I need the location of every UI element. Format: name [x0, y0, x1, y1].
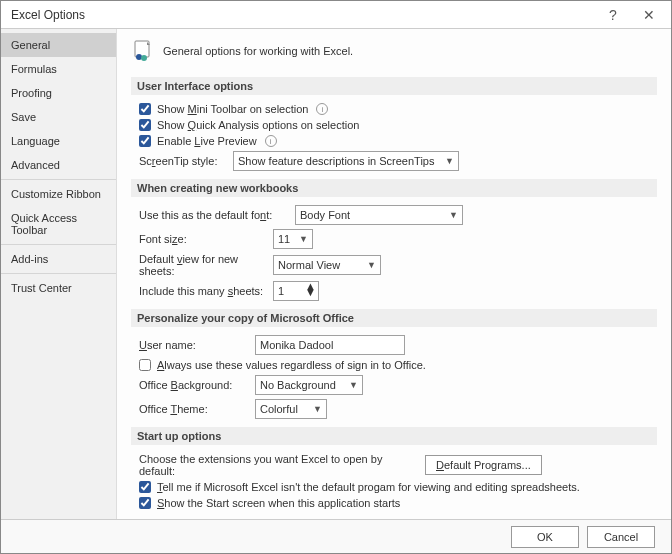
- checkbox-mini-toolbar[interactable]: [139, 103, 151, 115]
- label-default-font: Use this as the default font:: [139, 209, 289, 221]
- chevron-down-icon: ▼: [449, 210, 458, 220]
- checkbox-start-screen[interactable]: [139, 497, 151, 509]
- label-always-use: Always use these values regardless of si…: [157, 359, 426, 371]
- spinner-sheet-count-value: 1: [278, 285, 284, 297]
- select-font-size-value: 11: [278, 233, 290, 245]
- sidebar-separator: [1, 273, 116, 274]
- label-mini-toolbar: Show Mini Toolbar on selection: [157, 103, 308, 115]
- row-office-bg: Office Background: No Background ▼: [139, 375, 657, 395]
- chevron-down-icon: ▼: [299, 234, 308, 244]
- page-header-text: General options for working with Excel.: [163, 45, 353, 57]
- label-office-theme: Office Theme:: [139, 403, 249, 415]
- label-office-bg: Office Background:: [139, 379, 249, 391]
- button-default-programs[interactable]: Default Programs...: [425, 455, 542, 475]
- label-sheet-count: Include this many sheets:: [139, 285, 267, 297]
- section-startup: Start up options: [131, 427, 657, 445]
- chevron-down-icon: ▼: [445, 156, 454, 166]
- row-office-theme: Office Theme: Colorful ▼: [139, 399, 657, 419]
- main: GeneralFormulasProofingSaveLanguageAdvan…: [1, 29, 671, 519]
- row-quick-analysis: Show Quick Analysis options on selection: [139, 119, 657, 131]
- label-quick-analysis: Show Quick Analysis options on selection: [157, 119, 359, 131]
- label-font-size: Font size:: [139, 233, 267, 245]
- select-default-view[interactable]: Normal View ▼: [273, 255, 381, 275]
- help-icon[interactable]: ?: [595, 7, 631, 23]
- sidebar-item-language[interactable]: Language: [1, 129, 116, 153]
- content: General options for working with Excel. …: [117, 29, 671, 519]
- label-extensions: Choose the extensions you want Excel to …: [139, 453, 419, 477]
- row-always-use: Always use these values regardless of si…: [139, 359, 657, 371]
- ok-button[interactable]: OK: [511, 526, 579, 548]
- sidebar-item-formulas[interactable]: Formulas: [1, 57, 116, 81]
- label-screentip: ScreenTip style:: [139, 155, 227, 167]
- row-tell-me: Tell me if Microsoft Excel isn't the def…: [139, 481, 657, 493]
- select-office-theme[interactable]: Colorful ▼: [255, 399, 327, 419]
- label-default-view: Default view for new sheets:: [139, 253, 267, 277]
- select-office-bg-value: No Background: [260, 379, 336, 391]
- row-screentip: ScreenTip style: Show feature descriptio…: [139, 151, 657, 171]
- sidebar-separator: [1, 179, 116, 180]
- input-username-value: Monika Dadool: [260, 339, 333, 351]
- info-icon[interactable]: i: [265, 135, 277, 147]
- label-live-preview: Enable Live Preview: [157, 135, 257, 147]
- sidebar-item-trust-center[interactable]: Trust Center: [1, 276, 116, 300]
- sidebar-item-save[interactable]: Save: [1, 105, 116, 129]
- row-default-view: Default view for new sheets: Normal View…: [139, 253, 657, 277]
- svg-point-2: [141, 55, 147, 61]
- label-username: User name:: [139, 339, 249, 351]
- cancel-button[interactable]: Cancel: [587, 526, 655, 548]
- row-sheet-count: Include this many sheets: 1 ▲▼: [139, 281, 657, 301]
- checkbox-tell-me[interactable]: [139, 481, 151, 493]
- row-font-size: Font size: 11 ▼: [139, 229, 657, 249]
- select-font-size[interactable]: 11 ▼: [273, 229, 313, 249]
- select-default-view-value: Normal View: [278, 259, 340, 271]
- label-start-screen: Show the Start screen when this applicat…: [157, 497, 400, 509]
- row-extensions: Choose the extensions you want Excel to …: [139, 453, 657, 477]
- info-icon[interactable]: i: [316, 103, 328, 115]
- select-office-bg[interactable]: No Background ▼: [255, 375, 363, 395]
- general-options-icon: [131, 39, 155, 63]
- sidebar-item-add-ins[interactable]: Add-ins: [1, 247, 116, 271]
- chevron-down-icon: ▼: [367, 260, 376, 270]
- sidebar-item-customize-ribbon[interactable]: Customize Ribbon: [1, 182, 116, 206]
- window-title: Excel Options: [11, 8, 595, 22]
- row-mini-toolbar: Show Mini Toolbar on selection i: [139, 103, 657, 115]
- spinner-arrows-icon: ▲▼: [305, 283, 316, 295]
- row-username: User name: Monika Dadool: [139, 335, 657, 355]
- chevron-down-icon: ▼: [313, 404, 322, 414]
- svg-point-1: [136, 54, 142, 60]
- checkbox-live-preview[interactable]: [139, 135, 151, 147]
- checkbox-always-use[interactable]: [139, 359, 151, 371]
- section-ui-options: User Interface options: [131, 77, 657, 95]
- select-default-font-value: Body Font: [300, 209, 350, 221]
- sidebar-item-proofing[interactable]: Proofing: [1, 81, 116, 105]
- row-default-font: Use this as the default font: Body Font …: [139, 205, 657, 225]
- page-header: General options for working with Excel.: [131, 39, 657, 63]
- footer: OK Cancel: [1, 519, 671, 553]
- row-live-preview: Enable Live Preview i: [139, 135, 657, 147]
- select-screentip[interactable]: Show feature descriptions in ScreenTips …: [233, 151, 459, 171]
- svg-rect-0: [135, 41, 149, 57]
- input-username[interactable]: Monika Dadool: [255, 335, 405, 355]
- sidebar-separator: [1, 244, 116, 245]
- select-default-font[interactable]: Body Font ▼: [295, 205, 463, 225]
- sidebar-item-quick-access-toolbar[interactable]: Quick Access Toolbar: [1, 206, 116, 242]
- spinner-sheet-count[interactable]: 1 ▲▼: [273, 281, 319, 301]
- select-office-theme-value: Colorful: [260, 403, 298, 415]
- sidebar-item-advanced[interactable]: Advanced: [1, 153, 116, 177]
- close-icon[interactable]: ✕: [631, 7, 667, 23]
- chevron-down-icon: ▼: [349, 380, 358, 390]
- row-start-screen: Show the Start screen when this applicat…: [139, 497, 657, 509]
- label-tell-me: Tell me if Microsoft Excel isn't the def…: [157, 481, 580, 493]
- sidebar: GeneralFormulasProofingSaveLanguageAdvan…: [1, 29, 117, 519]
- section-personalize: Personalize your copy of Microsoft Offic…: [131, 309, 657, 327]
- section-new-workbooks: When creating new workbooks: [131, 179, 657, 197]
- select-screentip-value: Show feature descriptions in ScreenTips: [238, 155, 434, 167]
- checkbox-quick-analysis[interactable]: [139, 119, 151, 131]
- sidebar-item-general[interactable]: General: [1, 33, 116, 57]
- titlebar: Excel Options ? ✕: [1, 1, 671, 29]
